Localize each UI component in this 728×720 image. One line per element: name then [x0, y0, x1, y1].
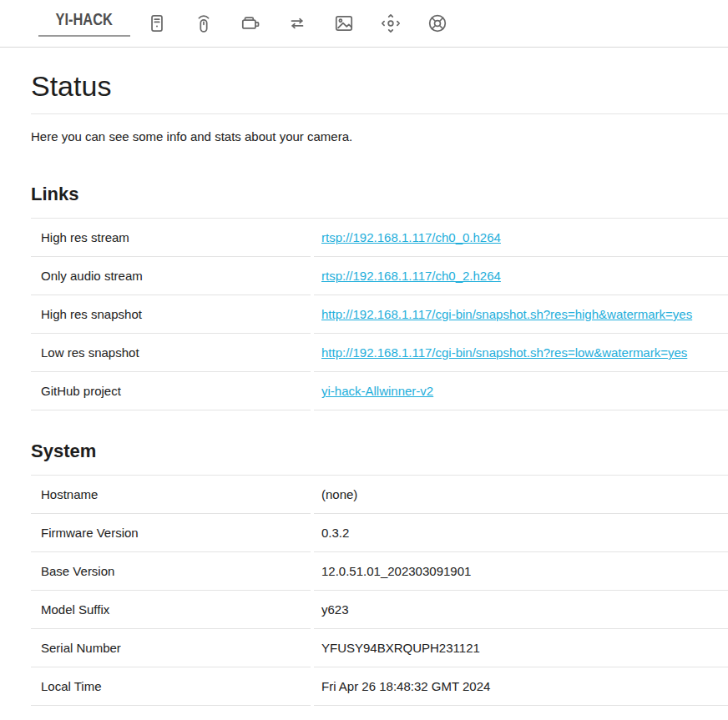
system-heading: System: [31, 441, 728, 462]
remote-icon: [193, 13, 215, 34]
row-value: rtsp://192.168.1.117/ch0_0.h264: [314, 219, 728, 257]
row-label: Uptime: [31, 706, 311, 720]
base-version-value: 12.0.51.01_202303091901: [314, 552, 728, 591]
row-label: Local Time: [31, 667, 311, 706]
lifebuoy-icon: [427, 13, 448, 34]
row-label: High res stream: [31, 219, 311, 257]
row-label: Serial Number: [31, 629, 311, 667]
table-row: Only audio stream rtsp://192.168.1.117/c…: [31, 257, 728, 295]
table-row: Uptime 0h 2m 19s: [31, 706, 728, 720]
image-icon: [333, 13, 355, 34]
logo-text: YI-HACK: [56, 10, 113, 29]
nav-item-remote[interactable]: [193, 13, 215, 34]
hostname-value: (none): [314, 476, 728, 514]
nav-item-support[interactable]: [427, 13, 448, 34]
high-res-stream-link[interactable]: rtsp://192.168.1.117/ch0_0.h264: [321, 230, 501, 244]
row-label: Hostname: [31, 476, 311, 514]
server-icon: [146, 13, 168, 34]
nav-item-snapshot[interactable]: [333, 13, 355, 34]
low-res-snapshot-link[interactable]: http://192.168.1.117/cgi-bin/snapshot.sh…: [321, 345, 687, 360]
nav-icon-bar: [146, 13, 448, 34]
row-label: GitHub project: [31, 372, 311, 410]
nav-item-swap[interactable]: [286, 13, 308, 34]
status-page: Status Here you can see some info and st…: [0, 48, 728, 720]
table-row: Low res snapshot http://192.168.1.117/cg…: [31, 334, 728, 372]
row-label: High res snapshot: [31, 295, 311, 334]
links-section: Links High res stream rtsp://192.168.1.1…: [31, 184, 728, 410]
links-table: High res stream rtsp://192.168.1.117/ch0…: [31, 219, 728, 410]
table-row: Hostname (none): [31, 476, 728, 514]
table-row: High res stream rtsp://192.168.1.117/ch0…: [31, 219, 728, 257]
table-row: Serial Number YFUSY94BXRQUPH231121: [31, 629, 728, 667]
model-suffix-value: y623: [314, 591, 728, 629]
table-row: Base Version 12.0.51.01_202303091901: [31, 552, 728, 591]
nav-item-status[interactable]: [146, 13, 168, 34]
row-value: yi-hack-Allwinner-v2: [314, 372, 728, 410]
table-row: Firmware Version 0.3.2: [31, 514, 728, 552]
row-value: rtsp://192.168.1.117/ch0_2.h264: [314, 257, 728, 295]
page-description: Here you can see some info and stats abo…: [31, 129, 728, 143]
uptime-value: 0h 2m 19s: [314, 706, 728, 720]
nav-item-ptz[interactable]: [380, 13, 402, 34]
table-row: Local Time Fri Apr 26 18:48:32 GMT 2024: [31, 667, 728, 706]
row-label: Only audio stream: [31, 257, 311, 295]
pan-icon: [380, 13, 402, 34]
system-section: System Hostname (none) Firmware Version …: [31, 441, 728, 720]
row-label: Model Suffix: [31, 591, 311, 629]
table-row: Model Suffix y623: [31, 591, 728, 629]
high-res-snapshot-link[interactable]: http://192.168.1.117/cgi-bin/snapshot.sh…: [321, 307, 692, 321]
row-label: Low res snapshot: [31, 334, 311, 372]
yi-hack-logo[interactable]: YI-HACK: [38, 10, 130, 37]
audio-stream-link[interactable]: rtsp://192.168.1.117/ch0_2.h264: [321, 269, 501, 283]
row-label: Firmware Version: [31, 514, 311, 552]
serial-number-value: YFUSY94BXRQUPH231121: [314, 629, 728, 667]
links-heading: Links: [31, 184, 728, 205]
table-row: High res snapshot http://192.168.1.117/c…: [31, 295, 728, 334]
system-table: Hostname (none) Firmware Version 0.3.2 B…: [31, 476, 728, 720]
swap-icon: [286, 13, 308, 34]
camcorder-icon: [240, 13, 261, 34]
github-project-link[interactable]: yi-hack-Allwinner-v2: [321, 384, 433, 398]
row-value: http://192.168.1.117/cgi-bin/snapshot.sh…: [314, 295, 728, 334]
nav-item-camera[interactable]: [240, 13, 261, 34]
row-value: http://192.168.1.117/cgi-bin/snapshot.sh…: [314, 334, 728, 372]
firmware-version-value: 0.3.2: [314, 514, 728, 552]
page-title: Status: [31, 70, 728, 103]
local-time-value: Fri Apr 26 18:48:32 GMT 2024: [314, 667, 728, 706]
row-label: Base Version: [31, 552, 311, 591]
top-navigation-bar: YI-HACK: [0, 0, 728, 48]
title-divider: [31, 113, 728, 114]
table-row: GitHub project yi-hack-Allwinner-v2: [31, 372, 728, 410]
